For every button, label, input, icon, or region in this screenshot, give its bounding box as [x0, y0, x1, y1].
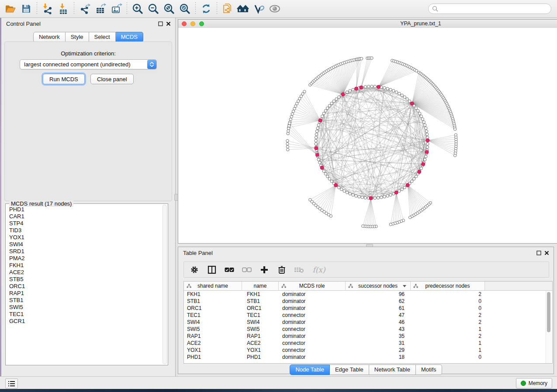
cell-name[interactable]: STB1	[242, 298, 279, 304]
cell-predecessor-nodes[interactable]: 0	[411, 354, 485, 360]
close-panel-button[interactable]: Close panel	[90, 74, 134, 84]
memory-button[interactable]: Memory	[516, 378, 552, 389]
float-panel-icon[interactable]	[536, 251, 541, 255]
import-network-icon[interactable]	[40, 2, 55, 16]
mcds-result-item[interactable]: TID3	[9, 227, 163, 234]
cell-shared-name[interactable]: ORC1	[184, 305, 242, 311]
column-header-name[interactable]: name	[242, 282, 279, 290]
mcds-result-item[interactable]: PMA2	[9, 255, 163, 262]
cell-successor-nodes[interactable]: 47	[346, 312, 411, 318]
cell-predecessor-nodes[interactable]: 1	[411, 340, 485, 346]
mcds-result-item[interactable]: YOX1	[9, 234, 163, 241]
cell-MCDS-role[interactable]: dominator	[279, 319, 346, 325]
zoom-fit-icon[interactable]	[161, 2, 177, 16]
cell-successor-nodes[interactable]: 61	[346, 305, 411, 311]
table-row[interactable]: FKH1FKH1dominator962	[184, 291, 552, 298]
tab-motifs[interactable]: Motifs	[416, 364, 442, 375]
cell-predecessor-nodes[interactable]: 2	[411, 333, 485, 339]
cell-MCDS-role[interactable]: connector	[279, 326, 346, 332]
delete-row-icon[interactable]	[277, 265, 287, 275]
cell-predecessor-nodes[interactable]: 1	[411, 326, 485, 332]
float-panel-icon[interactable]	[158, 21, 163, 26]
cell-successor-nodes[interactable]: 29	[346, 347, 411, 353]
cell-shared-name[interactable]: PHD1	[184, 354, 242, 360]
zoom-out-icon[interactable]	[145, 2, 161, 16]
cell-successor-nodes[interactable]: 46	[346, 319, 411, 325]
mcds-result-item[interactable]: SWI5	[9, 304, 163, 311]
table-scrollbar-thumb[interactable]	[547, 292, 550, 332]
column-header-MCDS-role[interactable]: MCDS role	[279, 282, 346, 290]
cell-shared-name[interactable]: SWI4	[184, 319, 242, 325]
cell-name[interactable]: ORC1	[242, 305, 279, 311]
export-image-icon[interactable]	[108, 2, 124, 16]
table-row[interactable]: STB1STB1dominator620	[184, 298, 552, 305]
cell-successor-nodes[interactable]: 62	[346, 298, 411, 304]
mcds-result-item[interactable]: STB5	[9, 276, 163, 283]
cell-name[interactable]: TEC1	[242, 312, 279, 318]
show-panels-list-button[interactable]	[5, 378, 18, 389]
share-document-icon[interactable]	[220, 2, 235, 16]
export-network-icon[interactable]	[77, 2, 93, 16]
network-overview-icon[interactable]	[235, 2, 251, 16]
cell-predecessor-nodes[interactable]: 2	[411, 319, 485, 325]
cell-name[interactable]: PHD1	[242, 354, 279, 360]
cell-shared-name[interactable]: STB1	[184, 298, 242, 304]
cell-predecessor-nodes[interactable]: 2	[411, 312, 485, 318]
cell-shared-name[interactable]: TEC1	[184, 312, 242, 318]
save-session-icon[interactable]	[18, 2, 34, 16]
cell-name[interactable]: YOX1	[242, 347, 279, 353]
cell-predecessor-nodes[interactable]: 0	[411, 305, 485, 311]
select-all-rows-icon[interactable]	[224, 265, 235, 275]
cell-shared-name[interactable]: SWI5	[184, 326, 242, 332]
cell-shared-name[interactable]: ACE2	[184, 340, 242, 346]
cell-shared-name[interactable]: YOX1	[184, 347, 242, 353]
cell-MCDS-role[interactable]: connector	[279, 347, 346, 353]
import-table-icon[interactable]	[55, 2, 71, 16]
tab-mcds[interactable]: MCDS	[116, 32, 143, 42]
table-row[interactable]: ORC1ORC1dominator610	[184, 305, 552, 312]
cell-predecessor-nodes[interactable]: 2	[411, 291, 485, 297]
deselect-all-rows-icon[interactable]	[242, 265, 252, 275]
mcds-result-item[interactable]: STB1	[9, 297, 163, 304]
optimization-criterion-select[interactable]: largest connected component (undirected)	[20, 59, 157, 69]
table-row[interactable]: TEC1TEC1connector472	[184, 312, 552, 319]
refresh-layout-icon[interactable]	[198, 2, 214, 16]
show-graphics-details-icon[interactable]	[267, 2, 283, 16]
cell-shared-name[interactable]: FKH1	[184, 291, 242, 297]
mcds-result-item[interactable]: ACE2	[9, 269, 163, 276]
window-maximize-icon[interactable]	[199, 21, 204, 26]
mcds-result-list[interactable]: PHD1CAR1STP4TID3YOX1SWI4SRD1PMA2FKH1ACE2…	[6, 205, 163, 364]
tab-select[interactable]: Select	[89, 32, 116, 42]
mcds-result-item[interactable]: FKH1	[9, 262, 163, 269]
export-table-icon[interactable]	[93, 2, 108, 16]
run-mcds-button[interactable]: Run MCDS	[43, 74, 85, 84]
mcds-result-item[interactable]: ORC1	[9, 283, 163, 290]
cell-MCDS-role[interactable]: dominator	[279, 354, 346, 360]
zoom-in-icon[interactable]	[130, 2, 145, 16]
hide-graphics-details-icon[interactable]	[251, 2, 267, 16]
cell-name[interactable]: ACE2	[242, 340, 279, 346]
table-row[interactable]: PHD1PHD1dominator180	[184, 354, 552, 361]
cell-MCDS-role[interactable]: dominator	[279, 298, 346, 304]
add-row-icon[interactable]	[259, 265, 270, 275]
table-row[interactable]: SWI4SWI4dominator462	[184, 319, 552, 326]
tab-node-table[interactable]: Node Table	[290, 364, 330, 375]
table-row[interactable]: ACE2ACE2connector311	[184, 340, 552, 347]
cell-name[interactable]: RAP1	[242, 333, 279, 339]
mcds-result-item[interactable]: SRD1	[9, 248, 163, 255]
mcds-result-item[interactable]: SWI4	[9, 241, 163, 248]
cell-successor-nodes[interactable]: 96	[346, 291, 411, 297]
table-row[interactable]: YOX1YOX1connector291	[184, 347, 552, 354]
network-canvas[interactable]	[178, 28, 557, 243]
cell-MCDS-role[interactable]: connector	[279, 340, 346, 346]
cell-successor-nodes[interactable]: 18	[346, 354, 411, 360]
cell-name[interactable]: SWI4	[242, 319, 279, 325]
table-scrollbar[interactable]	[546, 291, 551, 363]
close-panel-icon[interactable]	[544, 251, 549, 255]
cell-predecessor-nodes[interactable]: 0	[411, 298, 485, 304]
show-columns-icon[interactable]	[207, 265, 217, 275]
cell-successor-nodes[interactable]: 31	[346, 340, 411, 346]
table-row[interactable]: RAP1RAP1dominator352	[184, 333, 552, 340]
cell-successor-nodes[interactable]: 35	[346, 333, 411, 339]
window-minimize-icon[interactable]	[190, 21, 195, 26]
